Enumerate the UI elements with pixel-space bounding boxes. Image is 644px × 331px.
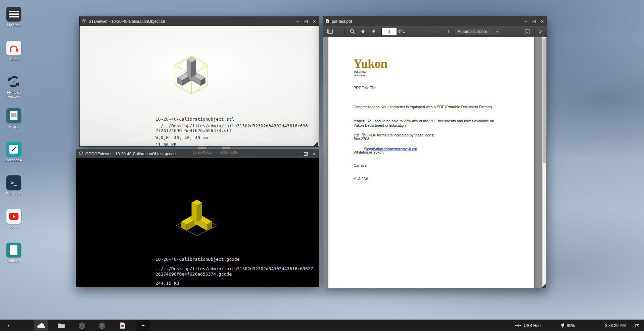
document-heading: PDF Test File bbox=[354, 86, 376, 90]
cloud-icon bbox=[37, 323, 45, 329]
desktop-icon-ffmpeg-factory[interactable]: FFmpeg Factory bbox=[3, 74, 25, 98]
window-title: pdf-test.pdf bbox=[332, 19, 352, 24]
pdf-app-icon bbox=[326, 19, 329, 24]
website-link[interactable]: http://www.education.gov.yk.ca/ bbox=[366, 147, 417, 151]
desktop-icon-writera[interactable]: WriterA bbox=[3, 243, 25, 263]
maximize-button[interactable] bbox=[532, 20, 536, 23]
stl-dimensions: W,D,H: 40, 40, 40 mm bbox=[155, 135, 208, 140]
gcode-path-line2: 26174696f6e4f626a656374.gcode bbox=[155, 272, 232, 277]
desktop-icon-label: Filary bbox=[3, 124, 25, 128]
viewer-app-icon bbox=[78, 322, 86, 329]
desktop-icon-label: Video bbox=[3, 225, 25, 229]
desktop-file-label: 10-20-40-Ca bbox=[188, 151, 216, 154]
minimize-button[interactable]: – bbox=[296, 19, 299, 24]
gcode-filesize: 244.15 KB bbox=[155, 281, 179, 286]
audio-icon bbox=[6, 41, 21, 55]
taskbar-add-button[interactable]: + bbox=[136, 320, 150, 331]
gcodeviewer-window: GCODEviewer - 10-20-40-CalibrationObject… bbox=[76, 149, 319, 287]
desktop-icon-label: My Host bbox=[3, 23, 25, 27]
stl-path-line1: ../../Desktop/files/admin/inith31302d323… bbox=[155, 123, 308, 128]
stl-model-render bbox=[170, 51, 213, 101]
page-number-input[interactable] bbox=[381, 28, 397, 35]
next-page-button[interactable] bbox=[369, 27, 378, 36]
ffmpeg-factory-icon bbox=[6, 74, 21, 89]
usb-hub-tray-item[interactable]: USB Hub bbox=[515, 323, 541, 328]
desktop-icon-terminala[interactable]: >_ TerminalA bbox=[3, 175, 25, 196]
sidebar-toggle-button[interactable] bbox=[326, 27, 334, 36]
pdf-document-icon bbox=[120, 322, 125, 329]
minimize-button[interactable]: – bbox=[296, 152, 299, 156]
maximize-icon bbox=[532, 20, 536, 23]
stlviewer-titlebar[interactable]: STLviewer - 10-20-40-CalibrationObject.s… bbox=[80, 17, 319, 26]
stlviewer-app-icon bbox=[82, 19, 86, 24]
taskbar-cloud-app[interactable] bbox=[34, 320, 48, 331]
pdf-titlebar[interactable]: pdf-test.pdf – ✕ bbox=[323, 17, 547, 26]
stl-filesize: 11.86 KB bbox=[155, 142, 177, 147]
stlviewer-window: STLviewer - 10-20-40-CalibrationObject.s… bbox=[79, 16, 319, 147]
desktop-icon-notepada[interactable]: NotepadA bbox=[3, 142, 25, 162]
scrollbar[interactable] bbox=[542, 37, 546, 288]
logo-subtitle-fr: Éducation bbox=[354, 74, 366, 77]
power-plug-icon bbox=[561, 323, 565, 328]
zoom-level-value: Automatic Zoom bbox=[455, 29, 494, 34]
close-button[interactable]: ✕ bbox=[541, 19, 544, 24]
resize-grip[interactable] bbox=[542, 283, 546, 288]
power-tray-item[interactable]: 60% bbox=[561, 323, 575, 328]
desktop-icon-video[interactable]: Video bbox=[3, 209, 25, 229]
maximize-button[interactable] bbox=[304, 20, 308, 23]
plus-icon: + bbox=[141, 322, 145, 329]
toolbar-separator bbox=[430, 28, 430, 34]
taskbar-stlviewer-app[interactable] bbox=[75, 320, 89, 331]
folder-icon bbox=[58, 323, 65, 328]
search-button[interactable] bbox=[348, 27, 357, 36]
taskbar-menu-button[interactable]: ▾ bbox=[4, 320, 13, 331]
pdf-viewer-window: pdf-test.pdf – ✕ of 1 − bbox=[323, 16, 547, 288]
pdf-viewer-area: Yukon Education Éducation PDF Test File … bbox=[323, 37, 547, 288]
gcode-path-line1: ../../Desktop/files/admin/inith31302d323… bbox=[155, 266, 313, 271]
maximize-icon bbox=[304, 152, 308, 156]
zoom-level-select[interactable]: Automatic Zoom ▾ bbox=[455, 28, 500, 36]
maximize-button[interactable] bbox=[304, 152, 308, 156]
paragraph-line: Congratulations, your computer is equipp… bbox=[354, 105, 494, 109]
stl-3d-canvas[interactable]: 10-20-40-CalibrationObject.stl ../../Des… bbox=[80, 26, 319, 146]
gcode-filename: 10-20-40-CalibrationObject.gcode bbox=[155, 257, 239, 262]
address-line: Canada bbox=[354, 163, 406, 168]
scrollbar-thumb[interactable] bbox=[543, 38, 546, 163]
bookmark-button[interactable] bbox=[523, 27, 532, 36]
pdf-page: Yukon Education Éducation PDF Test File … bbox=[328, 37, 534, 288]
taskbar-pdf-app[interactable] bbox=[115, 320, 130, 331]
terminala-icon: >_ bbox=[6, 175, 21, 190]
address-line: Yukon Department of Education bbox=[354, 123, 406, 128]
close-button[interactable]: ✕ bbox=[313, 19, 316, 24]
address-line: Y1A 2C6 bbox=[354, 177, 406, 181]
filary-icon bbox=[6, 108, 21, 123]
taskbar-file-manager[interactable] bbox=[54, 320, 69, 331]
close-button[interactable]: ✕ bbox=[313, 152, 316, 156]
desktop-file-label: m3u8-v0j0a bbox=[214, 151, 244, 154]
clock[interactable]: 3:33:29 PM bbox=[605, 323, 626, 328]
previous-page-button[interactable] bbox=[359, 27, 367, 36]
zoom-out-button[interactable]: − bbox=[433, 27, 442, 36]
minimize-button[interactable]: – bbox=[524, 19, 527, 24]
toolbar-separator bbox=[344, 28, 345, 34]
website-line: Please visit our website at:http://www.e… bbox=[354, 143, 364, 155]
taskbar-gcodeviewer-app[interactable] bbox=[95, 320, 109, 331]
desktop-icon-my-host[interactable]: My Host bbox=[3, 7, 25, 27]
battery-percent-label: 60% bbox=[567, 323, 575, 328]
envelope-icon[interactable]: ✉ bbox=[635, 323, 639, 329]
resize-grip[interactable] bbox=[314, 141, 318, 146]
gcode-3d-canvas[interactable]: 10-20-40-CalibrationObject.gcode ../../D… bbox=[76, 158, 319, 287]
desktop-icon-filary[interactable]: Filary bbox=[3, 108, 25, 128]
desktop-icon-audio[interactable]: Audio bbox=[3, 41, 25, 61]
window-title: GCODEviewer - 10-20-40-CalibrationObject… bbox=[85, 152, 176, 156]
gcode-model-render bbox=[172, 197, 222, 244]
usb-icon bbox=[515, 324, 522, 328]
page-count-label: of 1 bbox=[398, 26, 405, 37]
gcodeviewer-app-icon bbox=[79, 151, 83, 156]
my-host-icon bbox=[6, 7, 21, 22]
zoom-in-button[interactable]: + bbox=[444, 27, 453, 36]
pdf-toolbar: of 1 − + Automatic Zoom ▾ » bbox=[323, 26, 547, 37]
chevron-down-icon: ▾ bbox=[7, 323, 9, 328]
stl-path-line2: 2726174696f6e4f626a656374.stl bbox=[155, 128, 232, 133]
toolbar-more-button[interactable]: » bbox=[536, 27, 545, 36]
